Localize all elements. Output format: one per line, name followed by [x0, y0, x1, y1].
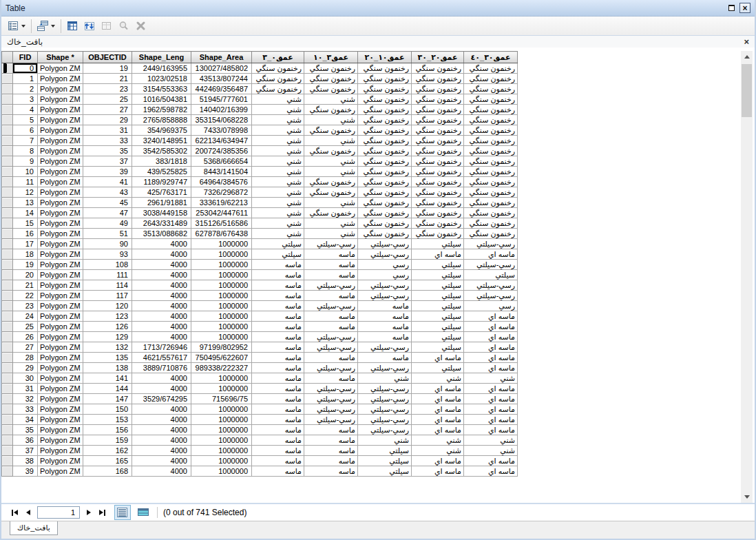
cell-depth_10_20[interactable]: رسي-سيلتي — [358, 291, 412, 301]
cell-shape[interactable]: Polygon ZM — [38, 260, 83, 270]
cell-depth_20_30[interactable]: رخنمون سنگي — [412, 187, 464, 198]
cell-fid[interactable]: 39 — [13, 466, 38, 477]
cell-objectid[interactable]: 120 — [83, 301, 132, 311]
cell-depth_3_10[interactable]: ماسه — [304, 353, 358, 363]
cell-depth_10_20[interactable]: سيلتي — [358, 466, 412, 477]
cell-depth_0_3[interactable]: شني — [252, 115, 304, 125]
row-selector[interactable] — [2, 125, 13, 136]
cell-shape[interactable]: Polygon ZM — [38, 311, 83, 322]
cell-shape_leng[interactable]: 3542/585302 — [132, 146, 191, 156]
show-all-records-button[interactable] — [114, 505, 131, 520]
cell-shape_area[interactable]: 1000000 — [191, 446, 252, 456]
cell-objectid[interactable]: 123 — [83, 311, 132, 322]
cell-depth_10_20[interactable]: رخنمون سنگي — [358, 84, 412, 94]
cell-depth_0_3[interactable]: ماسه — [252, 425, 304, 435]
cell-fid[interactable]: 15 — [13, 218, 38, 229]
cell-depth_30_40[interactable]: رسي-سيلتي — [464, 260, 518, 270]
cell-fid[interactable]: 22 — [13, 291, 38, 301]
tab-layer[interactable]: بافت_خاك — [10, 521, 58, 535]
cell-depth_30_40[interactable]: ماسه اي — [464, 456, 518, 466]
cell-depth_10_20[interactable]: رسي-سيلتي — [358, 249, 412, 260]
cell-depth_20_30[interactable]: رخنمون سنگي — [412, 218, 464, 229]
cell-shape_area[interactable]: 1000000 — [191, 270, 252, 280]
cell-depth_30_40[interactable]: ماسه اي — [464, 311, 518, 322]
row-selector[interactable] — [2, 218, 13, 229]
cell-depth_30_40[interactable]: رخنمون سنگي — [464, 94, 518, 105]
column-header-depth_10_20[interactable]: عمق١٠_٢٠ — [358, 52, 412, 63]
cell-shape_area[interactable]: 1000000 — [191, 311, 252, 322]
cell-shape_leng[interactable]: 4000 — [132, 301, 191, 311]
cell-depth_30_40[interactable]: رخنمون سنگي — [464, 146, 518, 156]
cell-depth_3_10[interactable]: ماسه — [304, 322, 358, 332]
row-selector[interactable] — [2, 332, 13, 342]
cell-depth_0_3[interactable]: شني — [252, 229, 304, 239]
cell-shape_leng[interactable]: 3513/088682 — [132, 229, 191, 239]
cell-shape[interactable]: Polygon ZM — [38, 156, 83, 167]
cell-shape_area[interactable]: 1000000 — [191, 384, 252, 394]
cell-depth_3_10[interactable]: ماسه — [304, 291, 358, 301]
cell-depth_30_40[interactable]: ماسه اي — [464, 415, 518, 425]
cell-shape_leng[interactable]: 4000 — [132, 466, 191, 477]
cell-shape[interactable]: Polygon ZM — [38, 187, 83, 198]
cell-depth_20_30[interactable]: ماسه اي — [412, 466, 464, 477]
cell-depth_3_10[interactable]: ماسه — [304, 435, 358, 446]
cell-depth_0_3[interactable]: ماسه — [252, 353, 304, 363]
row-selector[interactable] — [2, 311, 13, 322]
cell-shape[interactable]: Polygon ZM — [38, 435, 83, 446]
cell-shape[interactable]: Polygon ZM — [38, 456, 83, 466]
cell-fid[interactable]: 11 — [13, 177, 38, 187]
cell-shape_leng[interactable]: 4000 — [132, 435, 191, 446]
cell-depth_3_10[interactable]: رخنمون سنگي — [304, 146, 358, 156]
cell-objectid[interactable]: 90 — [83, 239, 132, 249]
cell-fid[interactable]: 36 — [13, 435, 38, 446]
cell-depth_3_10[interactable]: رسي-سيلتي — [304, 384, 358, 394]
cell-depth_30_40[interactable]: رخنمون سنگي — [464, 63, 518, 74]
cell-shape_area[interactable]: 140402/16399 — [191, 105, 252, 115]
cell-shape_area[interactable]: 442469/356487 — [191, 84, 252, 94]
cell-depth_3_10[interactable]: شني — [304, 218, 358, 229]
cell-depth_20_30[interactable]: سيلتي — [412, 301, 464, 311]
cell-fid[interactable]: 2 — [13, 84, 38, 94]
cell-fid[interactable]: 25 — [13, 322, 38, 332]
cell-depth_30_40[interactable]: ماسه اي — [464, 332, 518, 342]
cell-depth_30_40[interactable]: رخنمون سنگي — [464, 74, 518, 84]
cell-depth_10_20[interactable]: رخنمون سنگي — [358, 105, 412, 115]
cell-depth_0_3[interactable]: شني — [252, 156, 304, 167]
cell-objectid[interactable]: 114 — [83, 280, 132, 291]
vertical-scrollbar[interactable] — [741, 51, 753, 503]
cell-objectid[interactable]: 159 — [83, 435, 132, 446]
cell-depth_0_3[interactable]: ماسه — [252, 446, 304, 456]
cell-depth_0_3[interactable]: ماسه — [252, 456, 304, 466]
cell-shape_area[interactable]: 1000000 — [191, 260, 252, 270]
cell-depth_20_30[interactable]: رخنمون سنگي — [412, 208, 464, 218]
cell-depth_20_30[interactable]: شني — [412, 435, 464, 446]
cell-fid[interactable]: 14 — [13, 208, 38, 218]
column-header-fid[interactable]: FID — [13, 52, 38, 63]
row-selector[interactable] — [2, 94, 13, 105]
cell-objectid[interactable]: 45 — [83, 198, 132, 208]
cell-shape[interactable]: Polygon ZM — [38, 177, 83, 187]
cell-depth_0_3[interactable]: ماسه — [252, 384, 304, 394]
cell-depth_0_3[interactable]: شني — [252, 146, 304, 156]
cell-depth_3_10[interactable]: رسي-سيلتي — [304, 280, 358, 291]
cell-depth_30_40[interactable]: ماسه اي — [464, 466, 518, 477]
cell-shape_leng[interactable]: 2643/331489 — [132, 218, 191, 229]
cell-depth_10_20[interactable]: رخنمون سنگي — [358, 167, 412, 177]
cell-fid[interactable]: 31 — [13, 384, 38, 394]
cell-fid[interactable]: 20 — [13, 270, 38, 280]
cell-depth_10_20[interactable]: رسي-سيلتي — [358, 342, 412, 353]
column-header-depth_0_3[interactable]: عمق٠_٣ — [252, 52, 304, 63]
cell-shape_leng[interactable]: 2765/858888 — [132, 115, 191, 125]
cell-depth_3_10[interactable]: شني — [304, 167, 358, 177]
cell-depth_10_20[interactable]: رخنمون سنگي — [358, 136, 412, 146]
cell-shape_leng[interactable]: 1023/02518 — [132, 74, 191, 84]
first-record-button[interactable] — [11, 510, 18, 516]
cell-depth_10_20[interactable]: شني — [358, 435, 412, 446]
cell-shape[interactable]: Polygon ZM — [38, 208, 83, 218]
cell-depth_30_40[interactable]: شني — [464, 435, 518, 446]
cell-depth_20_30[interactable]: سيلتي — [412, 239, 464, 249]
cell-depth_3_10[interactable]: رسي-سيلتي — [304, 394, 358, 404]
cell-shape_area[interactable]: 97199/802952 — [191, 342, 252, 353]
cell-depth_30_40[interactable]: رخنمون سنگي — [464, 115, 518, 125]
cell-depth_10_20[interactable]: رسي-سيلتي — [358, 239, 412, 249]
